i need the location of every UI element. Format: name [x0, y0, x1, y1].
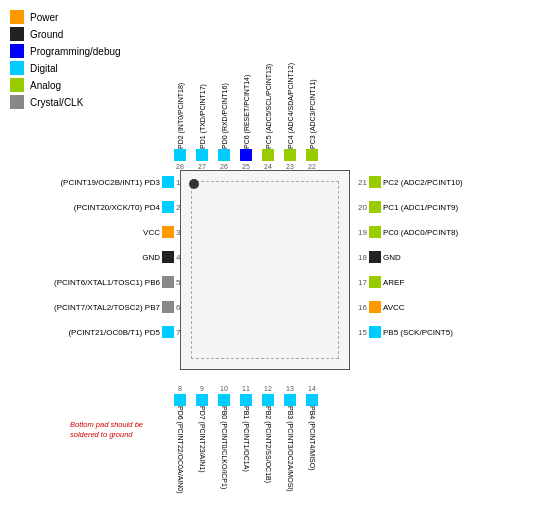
pin-color-square [240, 394, 252, 406]
pin-label: (PCINT20/XCK/T0) PD4 [30, 203, 160, 212]
pin-color-square [240, 149, 252, 161]
legend-item: Ground [10, 27, 121, 41]
pin-color-square [306, 394, 318, 406]
top-pin-area: PD2 (INT0/PCINT18)28PD1 (TXD/PCINT17)27P… [170, 90, 370, 170]
pin-number: 26 [220, 163, 228, 170]
pin-color-square [369, 226, 381, 238]
pin-color-square [369, 301, 381, 313]
legend-color-box [10, 44, 24, 58]
pin-number: 4 [176, 253, 188, 262]
legend-color-box [10, 78, 24, 92]
legend-label: Programming/debug [30, 46, 121, 57]
pin-number: 24 [264, 163, 272, 170]
pin-number: 3 [176, 228, 188, 237]
pin-color-square [162, 201, 174, 213]
top-pin: PC3 (ADC3/PCINT11)22 [302, 84, 322, 170]
pin-label: PC5 (ADC5/SCL/PCINT13) [265, 84, 272, 149]
left-pin: GND4 [30, 245, 188, 269]
pin-color-square [162, 276, 174, 288]
pin-label: PB2 (PCINT2/SS/OC1B) [265, 406, 272, 476]
pin-color-square [369, 176, 381, 188]
pin-number: 25 [242, 163, 250, 170]
pin-number: 6 [176, 303, 188, 312]
pin-label: (PCINT7/XTAL2/TOSC2) PB7 [30, 303, 160, 312]
legend-color-box [10, 27, 24, 41]
left-pin: (PCINT19/OC2B/INT1) PD31 [30, 170, 188, 194]
pin-color-square [262, 394, 274, 406]
pin-label: PB1 (PCINT1/OC1A) [243, 406, 250, 476]
left-pin: (PCINT6/XTAL1/TOSC1) PB65 [30, 270, 188, 294]
pin-number: 27 [198, 163, 206, 170]
pin-color-square [196, 149, 208, 161]
right-pin: 17AREF [355, 270, 463, 294]
pin-color-square [369, 276, 381, 288]
pin-number: 19 [355, 228, 367, 237]
right-pin: 19PC0 (ADC0/PCINT8) [355, 220, 463, 244]
pin-number: 16 [355, 303, 367, 312]
pin-color-square [174, 149, 186, 161]
pin-label: PB5 (SCK/PCINT5) [383, 328, 453, 337]
pin-number: 20 [355, 203, 367, 212]
top-pin: PD0 (RXD/PCINT16)26 [214, 84, 234, 170]
left-pin: VCC3 [30, 220, 188, 244]
pin-color-square [369, 251, 381, 263]
right-pin: 21PC2 (ADC2/PCINT10) [355, 170, 463, 194]
pin-label: PC1 (ADC1/PCINT9) [383, 203, 458, 212]
pin-label: PC0 (ADC0/PCINT8) [383, 228, 458, 237]
pin-color-square [284, 394, 296, 406]
pin-number: 14 [308, 385, 316, 392]
pin-color-square [218, 149, 230, 161]
pin-number: 11 [242, 385, 250, 392]
pin-label: PC6 (RESET/PCINT14) [243, 84, 250, 149]
right-pin-area: 21PC2 (ADC2/PCINT10)20PC1 (ADC1/PCINT9)1… [355, 170, 463, 344]
right-pin: 16AVCC [355, 295, 463, 319]
pin-number: 9 [200, 385, 204, 392]
pin-number: 18 [355, 253, 367, 262]
legend-item: Digital [10, 61, 121, 75]
pin-number: 22 [308, 163, 316, 170]
left-pin: (PCINT21/OC0B/T1) PD57 [30, 320, 188, 344]
bottom-note: Bottom pad should be soldered to ground [70, 420, 160, 440]
legend-item: Programming/debug [10, 44, 121, 58]
pin-label: PC4 (ADC4/SDA/PCINT12) [287, 84, 294, 149]
left-pin: (PCINT7/XTAL2/TOSC2) PB76 [30, 295, 188, 319]
top-pin: PD2 (INT0/PCINT18)28 [170, 84, 190, 170]
pin-number: 12 [264, 385, 272, 392]
pin-color-square [162, 251, 174, 263]
pin-color-square [284, 149, 296, 161]
pin-label: PC2 (ADC2/PCINT10) [383, 178, 463, 187]
legend-label: Digital [30, 63, 58, 74]
top-pin: PD1 (TXD/PCINT17)27 [192, 84, 212, 170]
pin-color-square [369, 326, 381, 338]
pin-label: PB0 (PCINT0/CLKO/ICP1) [221, 406, 228, 476]
right-pin: 18GND [355, 245, 463, 269]
pin-number: 13 [286, 385, 294, 392]
legend-item: Power [10, 10, 121, 24]
pin-number: 1 [176, 178, 188, 187]
pin-number: 15 [355, 328, 367, 337]
pin-label: GND [383, 253, 401, 262]
pin-color-square [262, 149, 274, 161]
legend-label: Ground [30, 29, 63, 40]
bottom-pin: 8PD6 (PCINT22/OC0A/AIN0) [170, 385, 190, 476]
left-pin: (PCINT20/XCK/T0) PD42 [30, 195, 188, 219]
pin-label: PB4 (PCINT4/MISO) [309, 406, 316, 476]
pin-label: (PCINT19/OC2B/INT1) PD3 [30, 178, 160, 187]
chip-body [180, 170, 350, 370]
pin-color-square [369, 201, 381, 213]
right-pin: 15PB5 (SCK/PCINT5) [355, 320, 463, 344]
pin1-marker [189, 179, 199, 189]
top-pin: PC5 (ADC5/SCL/PCINT13)24 [258, 84, 278, 170]
pin-number: 17 [355, 278, 367, 287]
pin-color-square [162, 176, 174, 188]
pin-number: 23 [286, 163, 294, 170]
pin-label: PC3 (ADC3/PCINT11) [309, 84, 316, 149]
pin-label: PD0 (RXD/PCINT16) [221, 84, 228, 149]
pin-number: 7 [176, 328, 188, 337]
chip-body-inner [191, 181, 339, 359]
pin-label: PD2 (INT0/PCINT18) [177, 84, 184, 149]
pin-color-square [196, 394, 208, 406]
pin-number: 21 [355, 178, 367, 187]
bottom-pin: 9PD7 (PCINT23/AIN1) [192, 385, 212, 476]
legend-color-box [10, 10, 24, 24]
